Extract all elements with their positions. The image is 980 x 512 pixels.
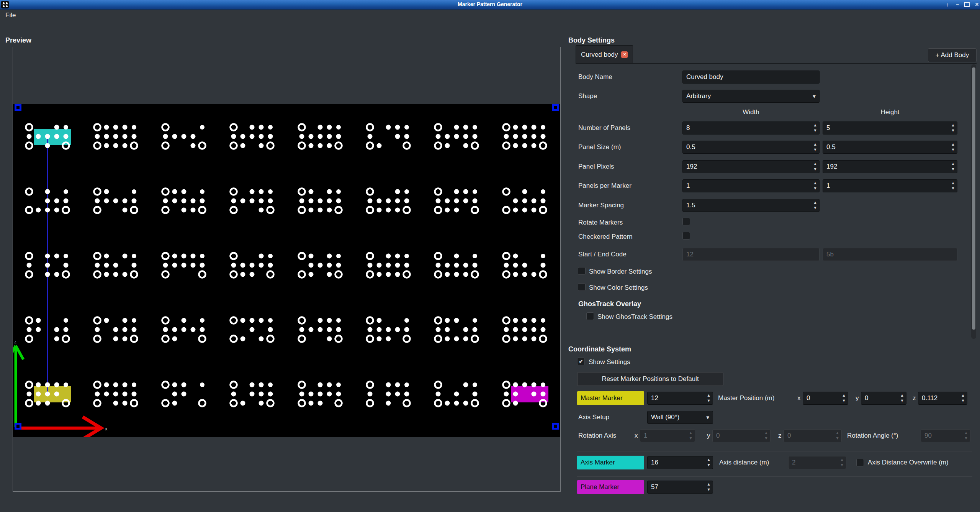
reset-marker-positions-button[interactable]: Reset Marker Positions to Default [577,372,723,386]
show-border-settings-checkbox[interactable]: ✔ [578,267,586,275]
minimize-icon[interactable]: − [953,1,962,8]
marker-pattern [367,189,410,213]
marker-pattern [299,189,342,213]
rotation-z-spinbox[interactable]: 0 ▲▼ [784,429,842,442]
axis-distance-label: Axis distance (m) [719,459,769,466]
marker-spacing-spinbox[interactable]: 1.5 ▲▼ [682,199,820,212]
body-name-label: Body Name [578,73,612,81]
marker-pattern [435,189,478,213]
panels-width-spinbox[interactable]: 8 ▲▼ [682,121,820,135]
marker-pattern [299,124,342,149]
marker-pattern [94,189,137,213]
spinner-buttons[interactable]: ▲▼ [812,122,818,134]
marker-pattern [435,382,478,407]
window-title: Marker Pattern Generator [0,1,980,7]
menu-file[interactable]: File [3,11,18,20]
end-code-input[interactable]: 5b [823,248,957,261]
plane-marker-id-spinbox[interactable]: 57 ▲▼ [647,481,713,494]
marker-pattern [162,253,206,278]
spinner-buttons[interactable]: ▲▼ [841,392,847,404]
show-ghostrack-settings-checkbox[interactable]: ✔ [586,312,594,320]
panel-size-label: Panel Size (m) [578,143,621,151]
panels-height-spinbox[interactable]: 5 ▲▼ [823,121,957,135]
restore-icon[interactable] [963,1,971,8]
shape-dropdown[interactable]: Arbitrary ▼ [682,90,820,103]
rotation-angle-label: Rotation Angle (°) [847,432,898,440]
body-name-input[interactable]: Curved body [682,71,820,84]
marker-pattern [299,253,342,278]
spinner-buttons: ▲▼ [839,457,845,468]
marker-pattern [435,253,478,278]
spinner-buttons[interactable]: ▲▼ [960,392,966,404]
spinner-buttons[interactable]: ▲▼ [950,122,956,134]
scrollbar-thumb[interactable] [972,67,975,330]
selection-handle[interactable] [552,104,559,111]
tab-close-icon[interactable]: × [621,51,628,58]
tab-divider [576,63,977,64]
x-axis-label: x [105,426,108,432]
spinner-buttons[interactable]: ▲▼ [899,392,905,404]
marker-pattern [367,253,410,278]
marker-pattern [367,317,410,342]
rotation-y-label: y [707,432,710,440]
panel-size-height-spinbox[interactable]: 0.5 ▲▼ [823,141,957,154]
checkered-pattern-label: Checkered Pattern [578,233,633,241]
panel-pixels-height-spinbox[interactable]: 192 ▲▼ [823,160,957,173]
spinner-buttons[interactable]: ▲▼ [950,141,956,153]
spinner-buttons[interactable]: ▲▼ [950,180,956,192]
z-axis-arrow: z [13,339,23,427]
master-x-spinbox[interactable]: 0 ▲▼ [803,392,848,405]
show-ghostrack-settings-label: Show GhosTrack Settings [597,313,672,321]
rotation-x-spinbox[interactable]: 1 ▲▼ [640,429,695,442]
spinner-buttons[interactable]: ▲▼ [812,180,818,192]
spinner-buttons[interactable]: ▲▼ [705,392,712,404]
master-marker-id-spinbox[interactable]: 12 ▲▼ [647,392,713,405]
close-icon[interactable]: × [973,1,980,8]
rollup-icon[interactable]: ↑ [943,1,952,8]
marker-pattern [299,317,342,342]
start-code-input[interactable]: 12 [682,248,820,261]
axis-distance-overwrite-label: Axis Distance Overwrite (m) [868,459,949,466]
spinner-buttons[interactable]: ▲▼ [950,161,956,172]
axis-marker-id-spinbox[interactable]: 16 ▲▼ [647,456,713,469]
marker-preview-canvas[interactable]: zx [13,104,560,437]
panels-per-marker-height-spinbox[interactable]: 1 ▲▼ [823,179,957,192]
marker-pattern [503,189,546,213]
axis-distance-overwrite-checkbox[interactable]: ✔ [856,459,864,466]
title-bar[interactable]: Marker Pattern Generator ↑ − × [0,0,980,10]
marker-pattern-svg: zx [13,104,560,437]
show-color-settings-checkbox[interactable]: ✔ [578,283,586,291]
checkered-pattern-checkbox[interactable]: ✔ [682,232,690,240]
panel-size-width-spinbox[interactable]: 0.5 ▲▼ [682,141,820,154]
tab-curved-body[interactable]: Curved body × [576,45,633,64]
selection-handle[interactable] [15,104,21,111]
axis-setup-dropdown[interactable]: Wall (90°) ▼ [647,411,713,424]
rotate-markers-checkbox[interactable]: ✔ [682,218,690,225]
marker-pattern [94,253,137,278]
rotation-y-spinbox[interactable]: 0 ▲▼ [712,429,771,442]
shape-label: Shape [578,92,597,100]
panels-per-marker-width-spinbox[interactable]: 1 ▲▼ [682,179,820,192]
tab-label: Curved body [581,51,618,59]
body-settings-heading: Body Settings [568,36,615,44]
spinner-buttons[interactable]: ▲▼ [812,200,818,211]
marker-pattern [162,382,206,407]
spinner-buttons: ▲▼ [963,430,969,441]
master-y-spinbox[interactable]: 0 ▲▼ [861,392,906,405]
spinner-buttons[interactable]: ▲▼ [705,457,712,468]
marker-pattern [231,382,274,407]
spinner-buttons: ▲▼ [687,430,694,441]
master-z-spinbox[interactable]: 0.112 ▲▼ [918,392,967,405]
add-body-button[interactable]: + Add Body [928,48,977,62]
spinner-buttons[interactable]: ▲▼ [705,481,712,493]
panel-pixels-width-spinbox[interactable]: 192 ▲▼ [682,160,820,173]
show-settings-checkbox[interactable]: ✔ [577,358,585,365]
axis-distance-spinbox[interactable]: 2 ▲▼ [788,456,846,469]
spinner-buttons[interactable]: ▲▼ [812,161,818,172]
master-z-label: z [913,394,916,402]
selection-handle[interactable] [552,423,559,430]
spinner-buttons[interactable]: ▲▼ [812,141,818,153]
panels-per-marker-label: Panels per Marker [578,182,632,190]
rotation-angle-spinbox[interactable]: 90 ▲▼ [921,429,970,442]
selection-handle[interactable] [15,423,21,430]
